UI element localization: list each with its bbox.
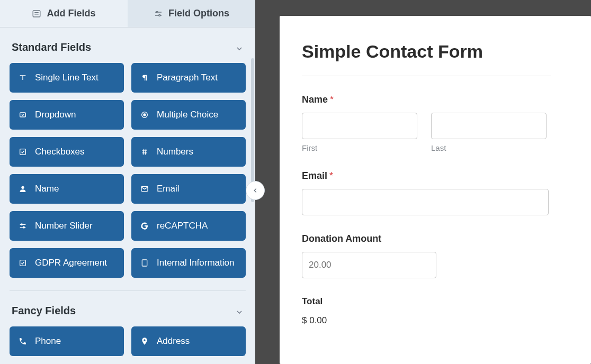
svg-rect-22: [142, 260, 147, 266]
paragraph-icon: [140, 73, 149, 83]
form-preview: Simple Contact Form Name* First Last Ema…: [280, 16, 591, 364]
field-label: Email: [302, 170, 327, 181]
field-label: Internal Information: [157, 258, 234, 268]
field-numbers[interactable]: Numbers: [131, 137, 246, 167]
donation-input[interactable]: [302, 252, 436, 278]
required-asterisk: *: [329, 170, 333, 181]
dropdown-icon: [18, 110, 28, 120]
name-first-input[interactable]: [302, 113, 417, 139]
field-phone[interactable]: Phone: [10, 326, 124, 356]
sublabel-last: Last: [431, 143, 547, 152]
svg-line-14: [145, 149, 146, 155]
svg-point-15: [21, 186, 24, 189]
hash-icon: [140, 147, 149, 157]
email-input[interactable]: [302, 189, 549, 215]
field-label: Number Slider: [35, 221, 93, 231]
name-last-input[interactable]: [431, 113, 547, 139]
svg-rect-7: [20, 113, 26, 117]
tab-label: Add Fields: [47, 8, 95, 19]
svg-point-9: [144, 114, 146, 116]
field-number-slider[interactable]: Number Slider: [10, 211, 124, 241]
required-asterisk: *: [330, 94, 334, 105]
section-title: Standard Fields: [12, 41, 91, 53]
svg-rect-21: [20, 260, 26, 266]
field-email[interactable]: Email: [131, 174, 246, 204]
svg-point-5: [156, 11, 158, 13]
form-field-donation[interactable]: Donation Amount: [302, 233, 591, 278]
svg-point-20: [23, 226, 25, 228]
field-multiple-choice[interactable]: Multiple Choice: [131, 100, 246, 130]
field-address[interactable]: Address: [131, 326, 246, 356]
field-label: Multiple Choice: [157, 110, 218, 120]
field-label: Checkboxes: [35, 147, 85, 157]
envelope-icon: [140, 184, 149, 194]
divider: [302, 76, 551, 76]
total-value: $ 0.00: [302, 315, 591, 326]
field-label: Address: [157, 336, 190, 347]
form-field-email[interactable]: Email*: [302, 170, 591, 215]
checkbox-icon: [18, 147, 28, 157]
text-icon: [18, 73, 28, 83]
field-label: Phone: [35, 336, 61, 347]
tab-field-options[interactable]: Field Options: [128, 0, 255, 27]
svg-point-6: [159, 14, 160, 16]
tab-label: Field Options: [168, 8, 229, 19]
section-fancy-fields[interactable]: Fancy Fields: [10, 291, 246, 326]
check-square-icon: [18, 258, 28, 268]
field-gdpr-agreement[interactable]: GDPR Agreement: [10, 248, 124, 278]
field-label: GDPR Agreement: [35, 258, 107, 268]
field-dropdown[interactable]: Dropdown: [10, 100, 124, 130]
form-field-name[interactable]: Name* First Last: [302, 94, 591, 152]
field-label: Donation Amount: [302, 233, 591, 244]
field-recaptcha[interactable]: reCAPTCHA: [131, 211, 246, 241]
section-title: Fancy Fields: [12, 305, 76, 317]
form-field-total: Total $ 0.00: [302, 296, 591, 326]
map-pin-icon: [140, 336, 149, 346]
field-label: Paragraph Text: [157, 72, 218, 83]
svg-line-13: [143, 149, 144, 155]
phone-icon: [18, 336, 28, 346]
field-label: Single Line Text: [35, 72, 98, 83]
svg-rect-10: [20, 149, 26, 155]
svg-point-19: [21, 224, 23, 225]
field-label: Name: [35, 184, 59, 194]
form-icon: [32, 9, 41, 19]
sublabel-first: First: [302, 143, 417, 152]
field-label: Dropdown: [35, 110, 76, 120]
total-label: Total: [302, 296, 591, 307]
tab-add-fields[interactable]: Add Fields: [0, 0, 128, 27]
field-label: Email: [157, 184, 180, 194]
field-label: reCAPTCHA: [157, 221, 208, 231]
field-checkboxes[interactable]: Checkboxes: [10, 137, 124, 167]
form-title: Simple Contact Form: [302, 41, 591, 62]
collapse-sidebar-button[interactable]: [246, 181, 265, 200]
field-label: Name: [302, 94, 328, 105]
chevron-down-icon: [235, 307, 244, 315]
field-paragraph-text[interactable]: Paragraph Text: [131, 63, 246, 93]
user-icon: [18, 184, 28, 194]
slider-icon: [18, 221, 28, 231]
chevron-down-icon: [235, 43, 244, 52]
field-label: Numbers: [157, 147, 193, 157]
section-standard-fields[interactable]: Standard Fields: [10, 28, 246, 63]
radio-icon: [140, 110, 149, 120]
field-single-line-text[interactable]: Single Line Text: [10, 63, 124, 93]
file-icon: [140, 258, 149, 268]
field-name[interactable]: Name: [10, 174, 124, 204]
google-icon: [140, 221, 149, 231]
field-internal-information[interactable]: Internal Information: [131, 248, 246, 278]
sliders-icon: [154, 9, 163, 19]
